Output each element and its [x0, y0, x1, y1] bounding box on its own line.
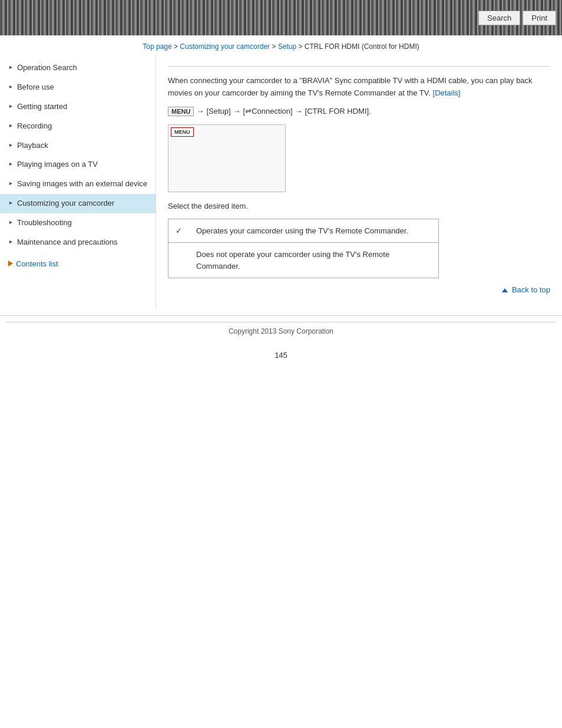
breadcrumb-customizing-link[interactable]: Customizing your camcorder — [180, 42, 270, 51]
table-row: ✓ Operates your camcorder using the TV's… — [168, 219, 439, 243]
arrow-icon-playing-images: ► — [8, 161, 14, 168]
back-to-top-link[interactable]: Back to top — [502, 285, 550, 294]
menu-path: MENU → [Setup] → [⇌Connection] → [CTRL F… — [168, 107, 550, 116]
footer: Copyright 2013 Sony Corporation — [0, 315, 562, 341]
breadcrumb-setup-link[interactable]: Setup — [278, 42, 296, 51]
sidebar-item-playback[interactable]: ► Playback — [0, 136, 156, 156]
sidebar-item-playing-images[interactable]: ► Playing images on a TV — [0, 155, 156, 174]
sidebar-label-getting-started: Getting started — [17, 102, 150, 112]
sidebar-label-operation-search: Operation Search — [17, 63, 150, 73]
breadcrumb-current: CTRL FOR HDMI (Control for HDMI) — [305, 42, 419, 51]
sidebar-item-troubleshooting[interactable]: ► Troubleshooting — [0, 213, 156, 233]
sidebar-item-operation-search[interactable]: ► Operation Search — [0, 58, 156, 78]
sidebar-item-maintenance[interactable]: ► Maintenance and precautions — [0, 233, 156, 252]
contents-list-link[interactable]: Contents list — [0, 252, 156, 273]
breadcrumb: Top page > Customizing your camcorder > … — [0, 35, 562, 55]
print-button[interactable]: Print — [523, 11, 556, 25]
options-table: ✓ Operates your camcorder using the TV's… — [168, 219, 439, 279]
sidebar-label-saving-images: Saving images with an external device — [17, 179, 150, 189]
arrow-icon-customizing: ► — [8, 200, 14, 207]
header-bar: Search Print — [0, 0, 562, 35]
sidebar-item-before-use[interactable]: ► Before use — [0, 78, 156, 97]
intro-paragraph: When connecting your camcorder to a "BRA… — [168, 75, 550, 100]
menu-step1: [Setup] — [206, 107, 230, 116]
sidebar-label-playing-images: Playing images on a TV — [17, 160, 150, 170]
arrow-icon-saving-images: ► — [8, 180, 14, 187]
sidebar-item-getting-started[interactable]: ► Getting started — [0, 97, 156, 117]
sidebar-label-recording: Recording — [17, 121, 150, 131]
menu-image-box: MENU — [168, 124, 286, 192]
triangle-up-icon — [502, 288, 508, 292]
back-to-top-label: Back to top — [512, 285, 550, 294]
option-desc-1: Does not operate your camcorder using th… — [189, 243, 439, 278]
table-row: Does not operate your camcorder using th… — [168, 243, 439, 278]
content-area: When connecting your camcorder to a "BRA… — [156, 55, 562, 309]
menu-step2: [⇌Connection] — [243, 107, 293, 116]
sidebar-label-playback: Playback — [17, 141, 150, 151]
menu-arrow3: → — [295, 107, 303, 116]
arrow-icon-maintenance: ► — [8, 239, 14, 246]
sidebar-item-recording[interactable]: ► Recording — [0, 117, 156, 136]
menu-key: MENU — [168, 107, 194, 116]
arrow-icon-playback: ► — [8, 142, 14, 149]
content-divider — [168, 66, 550, 67]
option-desc-0: Operates your camcorder using the TV's R… — [189, 219, 439, 243]
menu-arrow1: → — [196, 107, 204, 116]
search-button[interactable]: Search — [478, 11, 520, 25]
sidebar-item-customizing[interactable]: ► Customizing your camcorder — [0, 194, 156, 213]
select-text: Select the desired item. — [168, 202, 550, 210]
menu-step3: [CTRL FOR HDMI]. — [305, 107, 371, 116]
sidebar-label-troubleshooting: Troubleshooting — [17, 218, 150, 228]
copyright-text: Copyright 2013 Sony Corporation — [229, 327, 333, 335]
back-to-top: Back to top — [168, 278, 550, 298]
arrow-icon-troubleshooting: ► — [8, 219, 14, 226]
option-check-1 — [168, 243, 190, 278]
menu-inner-label: MENU — [171, 127, 194, 137]
menu-image: MENU — [168, 124, 286, 192]
sidebar-label-before-use: Before use — [17, 83, 150, 93]
sidebar-label-maintenance: Maintenance and precautions — [17, 238, 150, 248]
details-link[interactable]: [Details] — [433, 88, 461, 97]
option-check-0: ✓ — [168, 219, 190, 243]
arrow-icon-getting-started: ► — [8, 103, 14, 110]
page-number: 145 — [0, 341, 562, 369]
contents-arrow-icon — [8, 261, 13, 266]
contents-list-label: Contents list — [16, 259, 58, 268]
sidebar-item-saving-images[interactable]: ► Saving images with an external device — [0, 174, 156, 194]
arrow-icon-before-use: ► — [8, 84, 14, 91]
sidebar: ► Operation Search ► Before use ► Gettin… — [0, 55, 156, 309]
intro-text: When connecting your camcorder to a "BRA… — [168, 76, 533, 97]
sidebar-label-customizing: Customizing your camcorder — [17, 199, 150, 209]
arrow-icon-operation-search: ► — [8, 64, 14, 71]
main-layout: ► Operation Search ► Before use ► Gettin… — [0, 55, 562, 309]
menu-arrow2: → — [233, 107, 241, 116]
breadcrumb-top-link[interactable]: Top page — [143, 42, 171, 51]
arrow-icon-recording: ► — [8, 123, 14, 130]
header-buttons: Search Print — [478, 11, 556, 25]
